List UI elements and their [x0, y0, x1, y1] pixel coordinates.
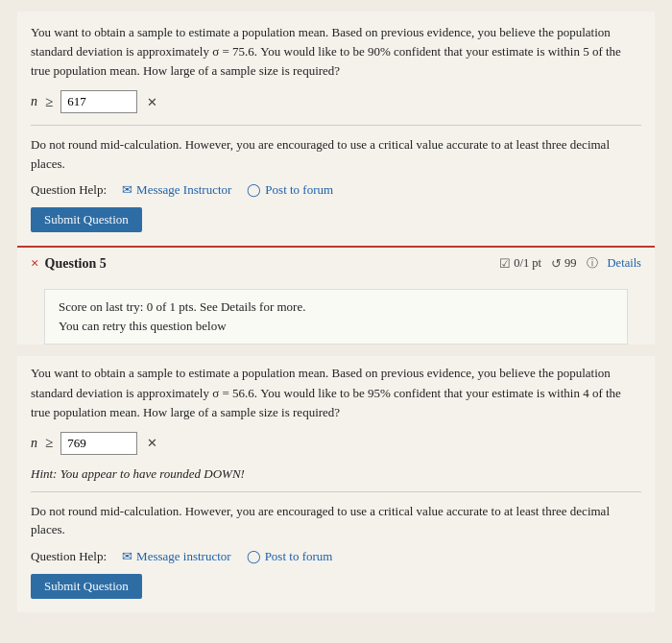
- message-instructor-text-1: Message Instructor: [136, 182, 231, 198]
- retry-line: You can retry this question below: [59, 319, 613, 334]
- question-help-label-5: Question Help:: [31, 549, 107, 564]
- divider-1: [31, 125, 641, 126]
- info-icon: ⓘ: [587, 255, 598, 272]
- question-text-1: You want to obtain a sample to estimate …: [31, 23, 641, 81]
- question-help-row-5: Question Help: ✉ Message instructor ◯ Po…: [31, 549, 641, 564]
- forum-icon-1: ◯: [247, 182, 261, 198]
- checkbox-icon: ☑: [499, 256, 511, 272]
- submit-button-5[interactable]: Submit Question: [31, 574, 142, 599]
- divider-5: [31, 491, 641, 492]
- submit-button-1[interactable]: Submit Question: [31, 207, 142, 232]
- message-instructor-text-5: Message instructor: [136, 549, 231, 564]
- gte-symbol-5: ≥: [45, 435, 53, 451]
- details-link[interactable]: Details: [608, 256, 641, 271]
- precision-note-5: Do not round mid-calculation. However, y…: [31, 502, 641, 539]
- n-label-1: n: [31, 94, 37, 109]
- answer-row-5: n ≥ ✕: [31, 432, 641, 455]
- clear-button-5[interactable]: ✕: [143, 436, 161, 450]
- post-to-forum-text-5: Post to forum: [265, 549, 333, 564]
- question-help-label-1: Question Help:: [31, 182, 107, 198]
- question-header-left: × Question 5: [31, 255, 107, 272]
- question-help-row-1: Question Help: ✉ Message Instructor ◯ Po…: [31, 182, 641, 198]
- forum-icon-5: ◯: [247, 549, 261, 564]
- points-badge: ☑ 0/1 pt: [499, 256, 541, 272]
- score-box: Score on last try: 0 of 1 pts. See Detai…: [44, 289, 628, 345]
- score-line: Score on last try: 0 of 1 pts. See Detai…: [59, 299, 613, 315]
- answer-input-5[interactable]: [60, 432, 137, 455]
- question-5-label: Question 5: [45, 256, 107, 272]
- clear-button-1[interactable]: ✕: [143, 95, 161, 109]
- x-mark-icon: ×: [31, 255, 39, 272]
- hint-text: Hint: You appear to have rounded DOWN!: [31, 466, 641, 482]
- post-to-forum-link-5[interactable]: ◯ Post to forum: [247, 549, 333, 564]
- envelope-icon-5: ✉: [122, 549, 132, 564]
- section-1: You want to obtain a sample to estimate …: [17, 12, 655, 246]
- points-text: 0/1 pt: [514, 256, 541, 271]
- message-instructor-link-5[interactable]: ✉ Message instructor: [122, 549, 231, 564]
- question-5-header: × Question 5 ☑ 0/1 pt ↺ 99 ⓘ Details: [17, 246, 655, 279]
- post-to-forum-link-1[interactable]: ◯ Post to forum: [247, 182, 333, 198]
- post-to-forum-text-1: Post to forum: [265, 182, 333, 198]
- retry-icon: ↺: [551, 256, 562, 272]
- answer-row-1: n ≥ ✕: [31, 90, 641, 113]
- precision-note-1: Do not round mid-calculation. However, y…: [31, 135, 641, 173]
- retry-count: 99: [564, 256, 577, 271]
- envelope-icon-1: ✉: [122, 182, 132, 198]
- question-text-5: You want to obtain a sample to estimate …: [31, 364, 641, 421]
- retry-badge: ↺ 99: [551, 256, 577, 272]
- n-label-5: n: [31, 436, 37, 451]
- gte-symbol-1: ≥: [45, 94, 53, 110]
- section-5-body: You want to obtain a sample to estimate …: [17, 356, 655, 611]
- message-instructor-link-1[interactable]: ✉ Message Instructor: [122, 182, 231, 198]
- answer-input-1[interactable]: [60, 90, 137, 113]
- question-header-right: ☑ 0/1 pt ↺ 99 ⓘ Details: [499, 255, 641, 272]
